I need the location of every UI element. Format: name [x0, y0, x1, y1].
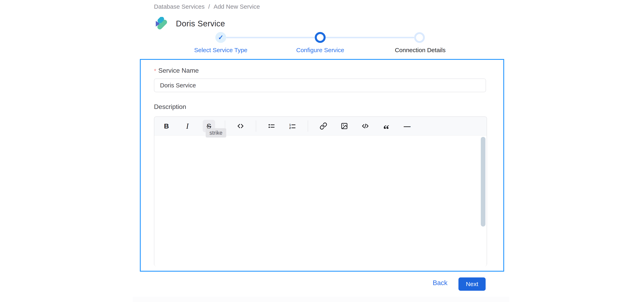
step-label-configure-service[interactable]: Configure Service	[296, 47, 344, 54]
below-fold-strip	[133, 297, 509, 302]
italic-button[interactable]: I	[182, 120, 193, 132]
step-1-circle-completed[interactable]: ✓	[215, 32, 226, 43]
next-button[interactable]: Next	[458, 278, 486, 291]
required-asterisk: *	[154, 67, 156, 75]
stepper-connector-2	[326, 37, 414, 38]
step-3-circle-upcoming[interactable]	[414, 32, 425, 43]
code-block-button[interactable]	[360, 120, 371, 132]
step-label-select-service-type[interactable]: Select Service Type	[194, 47, 248, 54]
service-header: Doris Service	[154, 17, 225, 30]
image-icon	[340, 122, 348, 130]
add-new-service-page: Database Services / Add New Service Dori…	[0, 0, 644, 302]
ordered-list-button[interactable]: 1 2	[287, 120, 298, 132]
description-label: Description	[154, 103, 186, 110]
breadcrumb: Database Services / Add New Service	[154, 3, 260, 10]
strike-tooltip: strike	[206, 128, 226, 138]
breadcrumb-separator: /	[208, 3, 210, 10]
editor-toolbar: B I S 1 2	[154, 117, 486, 136]
breadcrumb-database-services[interactable]: Database Services	[154, 3, 205, 10]
step-2-circle-active[interactable]	[315, 32, 326, 43]
inline-code-icon	[237, 122, 244, 130]
toolbar-divider	[308, 120, 308, 132]
step-label-connection-details[interactable]: Connection Details	[395, 47, 446, 54]
breadcrumb-add-new-service: Add New Service	[214, 3, 260, 10]
service-name-input[interactable]	[154, 78, 486, 92]
link-icon	[320, 122, 327, 130]
image-button[interactable]	[339, 120, 350, 132]
bold-button[interactable]: B	[161, 120, 172, 132]
ordered-list-icon: 1 2	[289, 122, 296, 130]
svg-text:2: 2	[289, 126, 291, 130]
back-button[interactable]: Back	[433, 279, 448, 287]
doris-logo-icon	[154, 17, 169, 30]
inline-code-button[interactable]	[235, 120, 246, 132]
toolbar-divider	[256, 120, 256, 132]
page-title: Doris Service	[176, 19, 225, 28]
blockquote-button[interactable]: “	[380, 120, 392, 132]
bullet-list-button[interactable]	[266, 120, 277, 132]
bullet-list-icon	[268, 122, 275, 130]
editor-content-area[interactable]	[154, 136, 486, 266]
stepper-connector-1	[226, 37, 315, 38]
check-icon: ✓	[218, 34, 224, 41]
editor-scrollbar[interactable]	[481, 137, 486, 226]
code-block-icon	[361, 122, 369, 130]
svg-text:1: 1	[289, 123, 291, 126]
description-editor: B I S 1 2	[154, 116, 487, 266]
horizontal-rule-button[interactable]: —	[402, 120, 413, 132]
link-button[interactable]	[318, 120, 329, 132]
service-name-label: * Service Name	[154, 67, 199, 75]
